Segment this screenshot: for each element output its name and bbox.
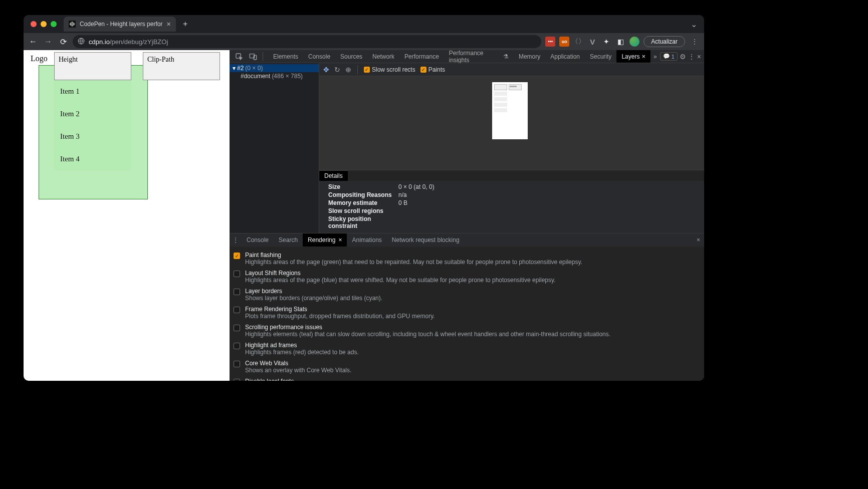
details-section: Details Size0 × 0 (at 0, 0) Compositing …: [319, 170, 704, 233]
close-icon[interactable]: ×: [338, 236, 342, 243]
drawer-menu-icon[interactable]: ⋮: [230, 236, 242, 243]
tab-performance-insights[interactable]: Performance insights ⚗: [444, 50, 514, 63]
rendered-page: Logo Height Clip-Path Item 1 Item 2 Item…: [24, 50, 230, 381]
option-description: Plots frame throughput, dropped frames d…: [245, 313, 435, 320]
tab-height-button[interactable]: Height: [54, 52, 131, 80]
codepen-favicon-icon: [69, 21, 76, 28]
dropdown-item[interactable]: Item 1: [54, 80, 131, 103]
menu-icon[interactable]: ⋮: [688, 53, 695, 61]
checkbox[interactable]: [234, 307, 240, 313]
rendering-option[interactable]: Layout Shift RegionsHighlights areas of …: [234, 268, 700, 286]
device-toolbar-icon[interactable]: [248, 51, 259, 62]
layers-3d-view[interactable]: [319, 76, 704, 170]
checkbox[interactable]: [234, 289, 240, 295]
tab-elements[interactable]: Elements: [268, 50, 303, 63]
drawer-tab-rendering[interactable]: Rendering×: [303, 233, 347, 247]
extensions-menu-icon[interactable]: ✦: [601, 37, 611, 47]
drawer-tab-animations[interactable]: Animations: [347, 233, 386, 247]
rendering-option[interactable]: Layer bordersShows layer borders (orange…: [234, 286, 700, 304]
option-title: Scrolling performance issues: [245, 324, 610, 331]
extension-icons: ••• uo 〈〉 V ✦ ◧ Actualizar ⋮: [545, 36, 700, 47]
layer-preview: [492, 82, 528, 139]
tab-performance[interactable]: Performance: [399, 50, 444, 63]
tab-memory[interactable]: Memory: [514, 50, 545, 63]
dropdown-item[interactable]: Item 4: [54, 148, 131, 170]
close-icon[interactable]: ×: [641, 53, 645, 60]
pan-mode-icon[interactable]: ↻: [334, 66, 340, 74]
option-description: Highlights areas of the page (blue) that…: [245, 277, 556, 284]
rotate-mode-icon[interactable]: ⊕: [345, 66, 351, 74]
checkbox[interactable]: [234, 361, 240, 367]
extension-icon[interactable]: 〈〉: [573, 37, 583, 47]
layer-node[interactable]: ▾ #2(0 × 0): [230, 64, 319, 72]
traffic-lights: [31, 21, 57, 27]
layers-tree: ▾ #2(0 × 0) #document(486 × 785): [230, 63, 319, 233]
drawer-close-icon[interactable]: ×: [697, 236, 704, 243]
checkbox[interactable]: [234, 271, 240, 277]
tab-close-icon[interactable]: ×: [166, 20, 170, 28]
drawer-tab-network-blocking[interactable]: Network request blocking: [387, 233, 465, 247]
tabs-overflow-icon[interactable]: »: [650, 53, 660, 60]
option-description: Highlights elements (teal) that can slow…: [245, 331, 610, 338]
tab-console[interactable]: Console: [303, 50, 335, 63]
inspect-element-icon[interactable]: [234, 51, 245, 62]
rendering-option[interactable]: Disable local fontsDisables local() sour…: [234, 376, 700, 381]
window-zoom-icon[interactable]: [51, 21, 57, 27]
reset-view-icon[interactable]: ✥: [323, 66, 329, 74]
tab-security[interactable]: Security: [585, 50, 616, 63]
window-close-icon[interactable]: [31, 21, 37, 27]
side-panel-icon[interactable]: ◧: [615, 37, 625, 47]
extension-icon[interactable]: V: [587, 37, 597, 47]
window-minimize-icon[interactable]: [41, 21, 47, 27]
page-logo: Logo: [31, 54, 48, 63]
tabs-dropdown-icon[interactable]: ⌄: [691, 20, 700, 29]
checkbox[interactable]: ✓: [234, 253, 240, 259]
dropdown-item[interactable]: Item 3: [54, 125, 131, 148]
update-button[interactable]: Actualizar: [643, 36, 685, 47]
settings-icon[interactable]: ⚙: [680, 53, 686, 61]
rendering-option[interactable]: ✓Paint flashingHighlights areas of the p…: [234, 250, 700, 268]
devtools-drawer: ⋮ Console Search Rendering× Animations N…: [230, 233, 704, 381]
new-tab-button[interactable]: +: [179, 18, 192, 31]
issues-badge[interactable]: 💬1: [660, 52, 678, 61]
drawer-tab-console[interactable]: Console: [242, 233, 274, 247]
drawer-tab-search[interactable]: Search: [274, 233, 303, 247]
tab-clippath-button[interactable]: Clip-Path: [143, 52, 220, 80]
rendering-option[interactable]: Scrolling performance issuesHighlights e…: [234, 322, 700, 340]
layers-panel: ▾ #2(0 × 0) #document(486 × 785) ✥ ↻ ⊕ ✓…: [230, 63, 704, 233]
dropdown-item[interactable]: Item 2: [54, 103, 131, 125]
layer-node[interactable]: #document(486 × 785): [230, 72, 319, 80]
issues-icon: 💬: [663, 53, 670, 60]
tab-application[interactable]: Application: [545, 50, 585, 63]
checkbox[interactable]: [234, 343, 240, 349]
paints-toggle[interactable]: ✓Paints: [420, 66, 445, 73]
drawer-tabs: ⋮ Console Search Rendering× Animations N…: [230, 233, 704, 247]
rendering-option[interactable]: Frame Rendering StatsPlots frame through…: [234, 304, 700, 322]
devtools: Elements Console Sources Network Perform…: [230, 50, 704, 381]
profile-avatar-icon[interactable]: [629, 37, 639, 47]
rendering-option[interactable]: Highlight ad framesHighlights frames (re…: [234, 340, 700, 358]
address-bar[interactable]: cdpn.io/pen/debug/zYjBZOj: [73, 35, 541, 48]
extension-icon[interactable]: •••: [545, 37, 555, 47]
site-info-icon[interactable]: [78, 38, 85, 46]
option-description: Highlights frames (red) detected to be a…: [245, 349, 359, 356]
nav-reload-icon[interactable]: ⟳: [58, 36, 69, 47]
checkbox[interactable]: [234, 379, 240, 381]
tab-layers[interactable]: Layers ×: [616, 50, 650, 63]
browser-tab[interactable]: CodePen - Height layers perfor ×: [64, 17, 176, 32]
devtools-tabs: Elements Console Sources Network Perform…: [230, 50, 704, 63]
browser-window: CodePen - Height layers perfor × + ⌄ ← →…: [24, 15, 704, 381]
expand-icon[interactable]: ▾: [233, 65, 236, 72]
tab-network[interactable]: Network: [367, 50, 399, 63]
option-title: Highlight ad frames: [245, 342, 359, 349]
rendering-option[interactable]: Core Web VitalsShows an overlay with Cor…: [234, 358, 700, 376]
checkbox[interactable]: [234, 325, 240, 331]
nav-back-icon[interactable]: ←: [28, 36, 39, 47]
browser-menu-icon[interactable]: ⋮: [689, 38, 700, 46]
nav-forward-icon[interactable]: →: [43, 36, 54, 47]
extension-icon[interactable]: uo: [559, 37, 569, 47]
svg-rect-0: [69, 21, 76, 28]
slow-scroll-rects-toggle[interactable]: ✓Slow scroll rects: [364, 66, 415, 73]
tab-sources[interactable]: Sources: [335, 50, 367, 63]
close-devtools-icon[interactable]: ×: [697, 53, 701, 61]
